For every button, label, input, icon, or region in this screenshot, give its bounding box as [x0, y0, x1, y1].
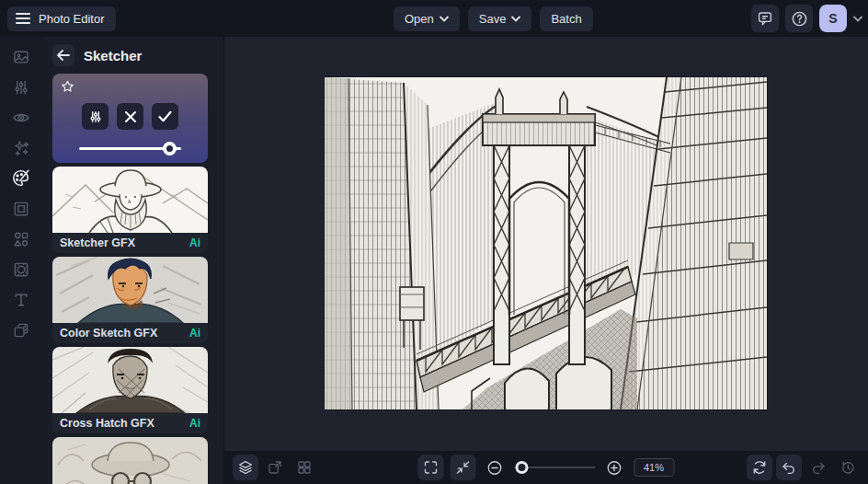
sketcher-panel: Sketcher: [41, 37, 223, 484]
ai-badge: Ai: [189, 417, 200, 430]
bottombar: [223, 451, 868, 484]
sidebar-item-sticker[interactable]: [7, 259, 35, 279]
thumb-label: Color Sketch GFX Ai: [52, 323, 208, 343]
sidebar-item-overlay[interactable]: [7, 320, 35, 340]
panel-header: Sketcher: [52, 44, 223, 66]
chevron-down-icon: [440, 16, 449, 22]
topbar-right: S: [751, 0, 862, 37]
eye-icon: [12, 109, 30, 127]
layers-icon: [237, 459, 254, 476]
thumb-pencil-portrait: [52, 167, 208, 233]
layers-button[interactable]: [233, 455, 258, 480]
zoom-in-button[interactable]: [601, 455, 627, 480]
arrow-left-icon: [57, 50, 70, 61]
ai-badge: Ai: [189, 327, 200, 340]
minus-circle-icon: [486, 459, 504, 477]
chevron-down-icon[interactable]: [853, 16, 862, 22]
undo-icon: [781, 459, 797, 476]
menu-button[interactable]: Photo Editor: [7, 6, 116, 31]
chevron-down-icon: [511, 16, 520, 22]
thumb-crosshatch-portrait: [52, 347, 208, 413]
check-icon: [158, 110, 172, 122]
history-controls: [747, 455, 861, 480]
app-title: Photo Editor: [39, 12, 105, 26]
batch-button[interactable]: Batch: [540, 6, 592, 31]
zoom-slider[interactable]: [514, 461, 595, 474]
effect-apply-button[interactable]: [152, 103, 178, 130]
history-button[interactable]: [835, 455, 861, 480]
sidebar-item-adjust[interactable]: [7, 77, 35, 97]
hamburger-icon: [16, 12, 30, 25]
palette-icon: [11, 168, 30, 188]
avatar[interactable]: S: [819, 5, 847, 32]
plus-circle-icon: [606, 459, 623, 477]
resize-canvas-button[interactable]: [262, 455, 288, 480]
file-actions: Open Save Batch: [394, 0, 593, 37]
thumb-color-sketch-portrait: [52, 257, 208, 323]
shapes-icon: [12, 230, 30, 248]
sidebar-item-retouch[interactable]: [7, 108, 35, 127]
effect-item-partial[interactable]: [52, 437, 208, 484]
save-button[interactable]: Save: [468, 6, 532, 31]
text-icon: [12, 291, 30, 309]
resize-icon: [267, 459, 283, 476]
sticker-icon: [12, 260, 30, 279]
selected-effect-card[interactable]: [52, 74, 208, 163]
grid-icon: [296, 459, 313, 476]
feedback-button[interactable]: [751, 5, 779, 32]
tool-rail: [0, 37, 41, 484]
sidebar-item-elements[interactable]: [7, 229, 35, 248]
page-title: Sketcher: [84, 48, 142, 63]
redo-button[interactable]: [805, 455, 831, 480]
thumb-light-pencil-portrait: [52, 437, 208, 484]
sidebar-item-effects[interactable]: [7, 138, 35, 157]
sliders-icon: [88, 109, 103, 124]
sidebar-item-artistic[interactable]: [7, 168, 35, 188]
thumb-label: Sketcher GFX Ai: [52, 233, 208, 253]
effect-item-cross-hatch-gfx[interactable]: Cross Hatch GFX Ai: [52, 347, 208, 433]
canvas-area[interactable]: [223, 37, 868, 451]
slider-handle[interactable]: [516, 461, 529, 474]
zoom-value-input[interactable]: [634, 458, 674, 477]
fullscreen-button[interactable]: [417, 455, 443, 480]
sidebar-item-image[interactable]: [7, 47, 35, 66]
undo-button[interactable]: [776, 455, 802, 480]
manhattan-bridge-sketch: [325, 77, 767, 409]
grid-view-button[interactable]: [291, 455, 317, 480]
effect-cancel-button[interactable]: [117, 103, 143, 130]
sidebar-item-text[interactable]: [7, 290, 35, 309]
fit-screen-icon: [454, 459, 471, 476]
fullscreen-icon: [422, 459, 439, 476]
help-icon: [791, 10, 808, 28]
topbar: Photo Editor Open Save Batch: [0, 0, 868, 37]
sidebar-item-frame[interactable]: [7, 199, 35, 218]
fit-screen-button[interactable]: [450, 455, 475, 480]
effect-amount-slider[interactable]: [79, 142, 181, 155]
effect-card-actions: [52, 103, 208, 130]
history-clock-icon: [839, 459, 856, 476]
effect-adjust-button[interactable]: [82, 103, 108, 130]
effect-item-sketcher-gfx[interactable]: Sketcher GFX Ai: [52, 167, 208, 253]
sliders-icon: [12, 78, 30, 97]
redo-icon: [810, 459, 827, 476]
overlap-squares-icon: [12, 321, 30, 340]
zoom-controls: [417, 455, 674, 480]
bottombar-left: [233, 455, 317, 480]
image-icon: [12, 48, 30, 66]
sync-rotate-button[interactable]: [747, 455, 772, 480]
sync-icon: [751, 459, 768, 476]
ai-badge: Ai: [189, 236, 200, 249]
sparkles-icon: [12, 139, 30, 157]
zoom-out-button[interactable]: [482, 455, 508, 480]
thumb-label: Cross Hatch GFX Ai: [52, 413, 208, 433]
open-button[interactable]: Open: [394, 6, 460, 31]
effect-item-color-sketch-gfx[interactable]: Color Sketch GFX Ai: [52, 257, 208, 343]
close-icon: [124, 110, 137, 123]
frame-icon: [12, 200, 30, 218]
comment-icon: [757, 10, 773, 27]
slider-handle[interactable]: [163, 142, 177, 156]
help-button[interactable]: [785, 5, 813, 32]
favorite-star-icon[interactable]: [60, 79, 75, 94]
back-button[interactable]: [52, 44, 74, 66]
canvas-image[interactable]: [325, 77, 767, 409]
